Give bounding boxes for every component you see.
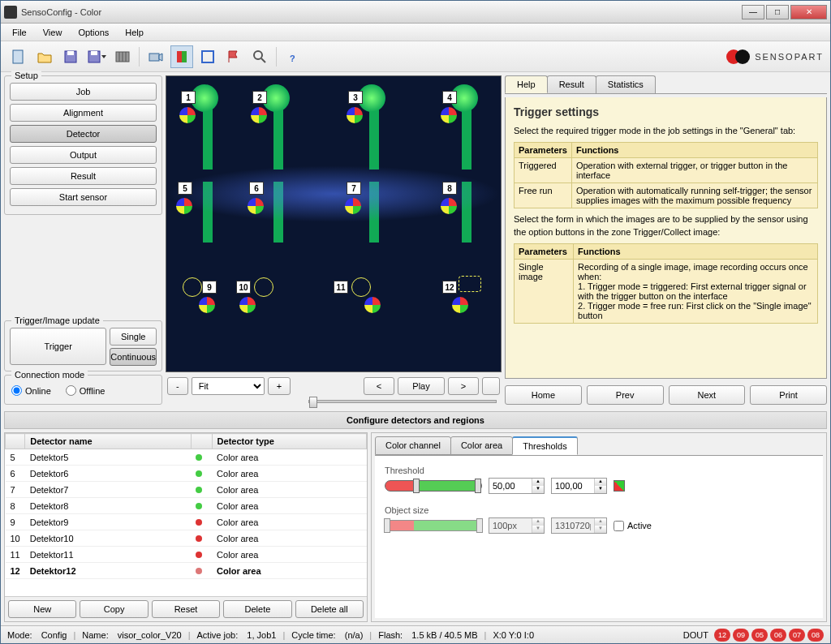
col-detector-name[interactable]: Detector name	[25, 434, 191, 449]
table-row[interactable]: 5Detektor5Color area	[6, 449, 367, 466]
setup-alignment-button[interactable]: Alignment	[10, 104, 157, 122]
detector-table[interactable]: Detector name Detector type 5Detektor5Co…	[5, 433, 367, 596]
marker-3[interactable]: 3	[348, 91, 363, 104]
tool-flag-icon[interactable]	[222, 45, 245, 68]
detector-region[interactable]	[351, 277, 371, 297]
setup-output-button[interactable]: Output	[10, 146, 157, 164]
detector-region[interactable]	[183, 277, 202, 297]
close-button[interactable]: ✕	[790, 5, 827, 19]
tab-help[interactable]: Help	[505, 75, 548, 93]
offline-radio[interactable]: Offline	[66, 385, 105, 396]
table-row[interactable]: 10Detektor10Color area	[6, 530, 367, 547]
tab-result[interactable]: Result	[547, 75, 596, 93]
maximize-button[interactable]: □	[766, 5, 789, 19]
tab-color-channel[interactable]: Color channel	[375, 436, 451, 455]
table-row[interactable]: 8Detektor8Color area	[6, 498, 367, 514]
threshold-slider[interactable]	[385, 480, 482, 492]
tool-region-icon[interactable]	[196, 45, 219, 68]
tool-camera-icon[interactable]	[144, 45, 167, 68]
tool-search-icon[interactable]	[248, 45, 271, 68]
help-prev-button[interactable]: Prev	[587, 385, 664, 405]
zoom-select[interactable]: Fit	[192, 377, 265, 395]
marker-7[interactable]: 7	[347, 182, 361, 195]
minimize-button[interactable]: —	[742, 5, 764, 19]
delete-button[interactable]: Delete	[223, 600, 291, 618]
marker-12[interactable]: 12	[442, 281, 457, 294]
marker-2[interactable]: 2	[252, 91, 267, 104]
tool-open-icon[interactable]	[33, 45, 56, 68]
color-picker-icon[interactable]	[614, 480, 625, 492]
image-viewer[interactable]: 1 2 3 4 5 6 7 8 9	[166, 75, 502, 372]
table-row[interactable]: 7Detektor7Color area	[6, 482, 367, 498]
single-button[interactable]: Single	[110, 328, 157, 346]
menu-help[interactable]: Help	[117, 25, 152, 40]
prev-frame-button[interactable]: <	[364, 377, 394, 395]
tool-filmstrip-icon[interactable]	[111, 45, 134, 68]
online-radio[interactable]: Online	[11, 385, 51, 396]
brand-logo: SENSOPART	[726, 49, 824, 64]
help-print-button[interactable]: Print	[750, 385, 827, 405]
setup-detector-button[interactable]: Detector	[10, 125, 157, 143]
marker-11[interactable]: 11	[334, 281, 348, 294]
connection-group: Connection mode Online Offline	[4, 375, 162, 405]
marker-9[interactable]: 9	[202, 281, 217, 294]
marker-1[interactable]: 1	[181, 91, 196, 104]
menu-file[interactable]: File	[4, 25, 35, 40]
tool-color-icon[interactable]	[170, 45, 193, 68]
color-wheel-icon	[345, 198, 361, 214]
setup-result-button[interactable]: Result	[10, 167, 157, 185]
table-row[interactable]: 12Detektor12Color area	[6, 563, 367, 579]
continuous-button[interactable]: Continuous	[110, 348, 157, 366]
detector-region-selected[interactable]	[459, 276, 481, 292]
delete-all-button[interactable]: Delete all	[295, 600, 364, 618]
new-button[interactable]: New	[8, 600, 76, 618]
trigger-button[interactable]: Trigger	[10, 328, 106, 365]
brand-text: SENSOPART	[755, 52, 824, 62]
help-title: Trigger settings	[514, 105, 818, 118]
sb-flash-label: Flash:	[378, 630, 403, 640]
tab-statistics[interactable]: Statistics	[596, 75, 656, 93]
connection-title: Connection mode	[11, 370, 88, 380]
table-row[interactable]: 6Detektor6Color area	[6, 466, 367, 482]
table-row[interactable]: 9Detektor9Color area	[6, 514, 367, 530]
object-size-slider	[385, 520, 482, 531]
table-row[interactable]: 11Detektor11Color area	[6, 547, 367, 563]
marker-8[interactable]: 8	[442, 182, 457, 195]
next-frame-button[interactable]: >	[448, 377, 479, 395]
tab-thresholds[interactable]: Thresholds	[512, 436, 577, 455]
marker-5[interactable]: 5	[178, 182, 192, 195]
zoom-out-button[interactable]: -	[167, 377, 188, 395]
marker-10[interactable]: 10	[236, 281, 251, 294]
copy-button[interactable]: Copy	[80, 600, 148, 618]
toolbar: ? SENSOPART	[1, 41, 830, 72]
tool-save-icon[interactable]	[59, 45, 82, 68]
threshold-max-input[interactable]: ▲▼	[551, 478, 607, 494]
marker-6[interactable]: 6	[249, 182, 264, 195]
frame-slider[interactable]	[308, 400, 497, 403]
threshold-min-input[interactable]: ▲▼	[489, 478, 545, 494]
zoom-in-button[interactable]: +	[268, 377, 291, 395]
tool-new-icon[interactable]	[7, 45, 30, 68]
tool-save-dropdown-icon[interactable]	[85, 45, 108, 68]
setup-start-sensor-button[interactable]: Start sensor	[10, 188, 157, 206]
sb-mode-label: Mode:	[7, 630, 32, 640]
play-button[interactable]: Play	[398, 377, 445, 395]
tool-help-icon[interactable]: ?	[282, 45, 304, 68]
help-home-button[interactable]: Home	[505, 385, 582, 405]
detector-region[interactable]	[254, 277, 273, 297]
svg-rect-2	[67, 51, 74, 55]
menu-view[interactable]: View	[35, 25, 71, 40]
sb-job: 1, Job1	[247, 630, 276, 640]
menu-options[interactable]: Options	[70, 25, 117, 40]
window-title: SensoConfig - Color	[21, 7, 742, 17]
setup-job-button[interactable]: Job	[10, 83, 157, 101]
marker-4[interactable]: 4	[442, 91, 457, 104]
col-detector-type[interactable]: Detector type	[212, 434, 366, 449]
active-checkbox[interactable]: Active	[614, 521, 652, 531]
help-mid: Select the form in which the images are …	[514, 213, 818, 238]
record-button[interactable]	[482, 377, 500, 395]
tab-color-area[interactable]: Color area	[450, 436, 513, 455]
help-next-button[interactable]: Next	[669, 385, 746, 405]
reset-button[interactable]: Reset	[152, 600, 220, 618]
color-wheel-icon	[239, 297, 256, 313]
